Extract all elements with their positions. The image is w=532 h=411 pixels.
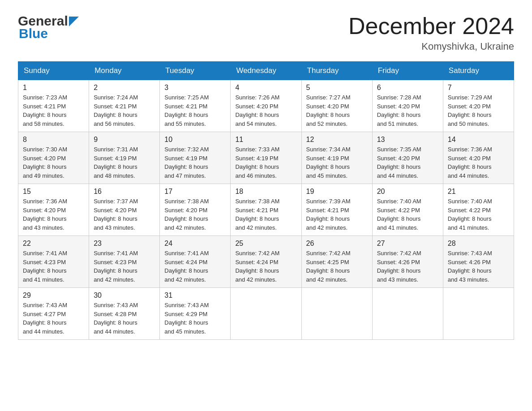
day-number: 25 [235, 240, 296, 248]
day-info: Sunrise: 7:33 AM Sunset: 4:19 PM Dayligh… [235, 146, 279, 179]
day-number: 20 [377, 188, 438, 196]
table-cell: 10 Sunrise: 7:32 AM Sunset: 4:19 PM Dayl… [160, 132, 231, 184]
table-cell: 21 Sunrise: 7:40 AM Sunset: 4:22 PM Dayl… [443, 184, 514, 236]
table-cell: 30 Sunrise: 7:43 AM Sunset: 4:28 PM Dayl… [89, 288, 160, 340]
day-info: Sunrise: 7:42 AM Sunset: 4:25 PM Dayligh… [306, 250, 351, 283]
day-info: Sunrise: 7:37 AM Sunset: 4:20 PM Dayligh… [94, 198, 138, 231]
table-cell: 25 Sunrise: 7:42 AM Sunset: 4:24 PM Dayl… [231, 236, 301, 288]
day-number: 9 [94, 136, 155, 144]
table-cell: 5 Sunrise: 7:27 AM Sunset: 4:20 PM Dayli… [301, 80, 372, 132]
day-number: 2 [94, 84, 155, 92]
week-row-2: 8 Sunrise: 7:30 AM Sunset: 4:20 PM Dayli… [18, 132, 514, 184]
day-info: Sunrise: 7:30 AM Sunset: 4:20 PM Dayligh… [23, 146, 67, 179]
logo-arrow-icon [69, 17, 79, 26]
day-number: 8 [23, 136, 84, 144]
logo: General Blue [18, 13, 79, 41]
day-info: Sunrise: 7:42 AM Sunset: 4:26 PM Dayligh… [377, 250, 421, 283]
table-cell: 22 Sunrise: 7:41 AM Sunset: 4:23 PM Dayl… [18, 236, 89, 288]
day-number: 11 [235, 136, 296, 144]
day-number: 24 [164, 240, 226, 248]
table-cell: 13 Sunrise: 7:35 AM Sunset: 4:20 PM Dayl… [372, 132, 443, 184]
table-cell: 18 Sunrise: 7:38 AM Sunset: 4:21 PM Dayl… [231, 184, 301, 236]
table-cell: 29 Sunrise: 7:43 AM Sunset: 4:27 PM Dayl… [18, 288, 89, 340]
day-info: Sunrise: 7:40 AM Sunset: 4:22 PM Dayligh… [377, 198, 421, 231]
day-number: 18 [235, 188, 296, 196]
header-tuesday: Tuesday [160, 62, 231, 80]
table-cell: 12 Sunrise: 7:34 AM Sunset: 4:19 PM Dayl… [301, 132, 372, 184]
day-info: Sunrise: 7:40 AM Sunset: 4:22 PM Dayligh… [448, 198, 492, 231]
day-number: 5 [306, 84, 368, 92]
day-number: 27 [377, 240, 438, 248]
day-info: Sunrise: 7:24 AM Sunset: 4:21 PM Dayligh… [94, 94, 138, 127]
day-info: Sunrise: 7:32 AM Sunset: 4:19 PM Dayligh… [164, 146, 209, 179]
day-number: 14 [448, 136, 509, 144]
table-cell: 7 Sunrise: 7:29 AM Sunset: 4:20 PM Dayli… [443, 80, 514, 132]
day-info: Sunrise: 7:41 AM Sunset: 4:23 PM Dayligh… [23, 250, 67, 283]
day-number: 30 [94, 291, 155, 300]
day-info: Sunrise: 7:28 AM Sunset: 4:20 PM Dayligh… [377, 94, 421, 127]
day-info: Sunrise: 7:26 AM Sunset: 4:20 PM Dayligh… [235, 94, 279, 127]
week-row-4: 22 Sunrise: 7:41 AM Sunset: 4:23 PM Dayl… [18, 236, 514, 288]
header-wednesday: Wednesday [231, 62, 301, 80]
table-cell: 31 Sunrise: 7:43 AM Sunset: 4:29 PM Dayl… [160, 288, 231, 340]
day-number: 15 [23, 188, 84, 196]
day-number: 23 [94, 240, 155, 248]
page-header: General Blue December 2024 Komyshivka, U… [18, 13, 514, 52]
table-cell: 16 Sunrise: 7:37 AM Sunset: 4:20 PM Dayl… [89, 184, 160, 236]
table-cell: 19 Sunrise: 7:39 AM Sunset: 4:21 PM Dayl… [301, 184, 372, 236]
day-number: 21 [448, 188, 509, 196]
day-info: Sunrise: 7:38 AM Sunset: 4:21 PM Dayligh… [235, 198, 279, 231]
week-row-1: 1 Sunrise: 7:23 AM Sunset: 4:21 PM Dayli… [18, 80, 514, 132]
table-cell: 23 Sunrise: 7:41 AM Sunset: 4:23 PM Dayl… [89, 236, 160, 288]
day-number: 3 [164, 84, 226, 92]
day-info: Sunrise: 7:41 AM Sunset: 4:23 PM Dayligh… [94, 250, 138, 283]
day-number: 4 [235, 84, 296, 92]
table-cell: 28 Sunrise: 7:43 AM Sunset: 4:26 PM Dayl… [443, 236, 514, 288]
table-cell: 8 Sunrise: 7:30 AM Sunset: 4:20 PM Dayli… [18, 132, 89, 184]
day-info: Sunrise: 7:27 AM Sunset: 4:20 PM Dayligh… [306, 94, 351, 127]
table-cell: 15 Sunrise: 7:36 AM Sunset: 4:20 PM Dayl… [18, 184, 89, 236]
location: Komyshivka, Ukraine [348, 41, 514, 52]
table-cell: 27 Sunrise: 7:42 AM Sunset: 4:26 PM Dayl… [372, 236, 443, 288]
day-number: 28 [448, 240, 509, 248]
day-number: 29 [23, 291, 84, 300]
table-cell: 20 Sunrise: 7:40 AM Sunset: 4:22 PM Dayl… [372, 184, 443, 236]
table-cell: 4 Sunrise: 7:26 AM Sunset: 4:20 PM Dayli… [231, 80, 301, 132]
header-thursday: Thursday [301, 62, 372, 80]
table-cell: 9 Sunrise: 7:31 AM Sunset: 4:19 PM Dayli… [89, 132, 160, 184]
table-cell: 11 Sunrise: 7:33 AM Sunset: 4:19 PM Dayl… [231, 132, 301, 184]
header-monday: Monday [89, 62, 160, 80]
logo-blue-text: Blue [19, 26, 48, 41]
table-cell [231, 288, 301, 340]
header-sunday: Sunday [18, 62, 89, 80]
calendar-table: Sunday Monday Tuesday Wednesday Thursday… [18, 61, 514, 340]
table-cell: 26 Sunrise: 7:42 AM Sunset: 4:25 PM Dayl… [301, 236, 372, 288]
day-number: 16 [94, 188, 155, 196]
table-cell: 1 Sunrise: 7:23 AM Sunset: 4:21 PM Dayli… [18, 80, 89, 132]
day-number: 13 [377, 136, 438, 144]
day-info: Sunrise: 7:31 AM Sunset: 4:19 PM Dayligh… [94, 146, 138, 179]
header-friday: Friday [372, 62, 443, 80]
table-cell: 17 Sunrise: 7:38 AM Sunset: 4:20 PM Dayl… [160, 184, 231, 236]
header-saturday: Saturday [443, 62, 514, 80]
table-cell [443, 288, 514, 340]
weekday-header-row: Sunday Monday Tuesday Wednesday Thursday… [18, 62, 514, 80]
day-number: 10 [164, 136, 226, 144]
day-info: Sunrise: 7:38 AM Sunset: 4:20 PM Dayligh… [164, 198, 209, 231]
table-cell: 2 Sunrise: 7:24 AM Sunset: 4:21 PM Dayli… [89, 80, 160, 132]
day-info: Sunrise: 7:36 AM Sunset: 4:20 PM Dayligh… [448, 146, 492, 179]
month-title: December 2024 [348, 13, 514, 39]
day-info: Sunrise: 7:34 AM Sunset: 4:19 PM Dayligh… [306, 146, 351, 179]
day-number: 19 [306, 188, 368, 196]
day-info: Sunrise: 7:43 AM Sunset: 4:27 PM Dayligh… [23, 302, 67, 335]
day-info: Sunrise: 7:42 AM Sunset: 4:24 PM Dayligh… [235, 250, 279, 283]
day-info: Sunrise: 7:41 AM Sunset: 4:24 PM Dayligh… [164, 250, 209, 283]
day-info: Sunrise: 7:29 AM Sunset: 4:20 PM Dayligh… [448, 94, 492, 127]
table-cell: 24 Sunrise: 7:41 AM Sunset: 4:24 PM Dayl… [160, 236, 231, 288]
day-number: 1 [23, 84, 84, 92]
table-cell: 3 Sunrise: 7:25 AM Sunset: 4:21 PM Dayli… [160, 80, 231, 132]
day-info: Sunrise: 7:23 AM Sunset: 4:21 PM Dayligh… [23, 94, 67, 127]
day-info: Sunrise: 7:25 AM Sunset: 4:21 PM Dayligh… [164, 94, 209, 127]
day-info: Sunrise: 7:43 AM Sunset: 4:28 PM Dayligh… [94, 302, 138, 335]
table-cell [301, 288, 372, 340]
